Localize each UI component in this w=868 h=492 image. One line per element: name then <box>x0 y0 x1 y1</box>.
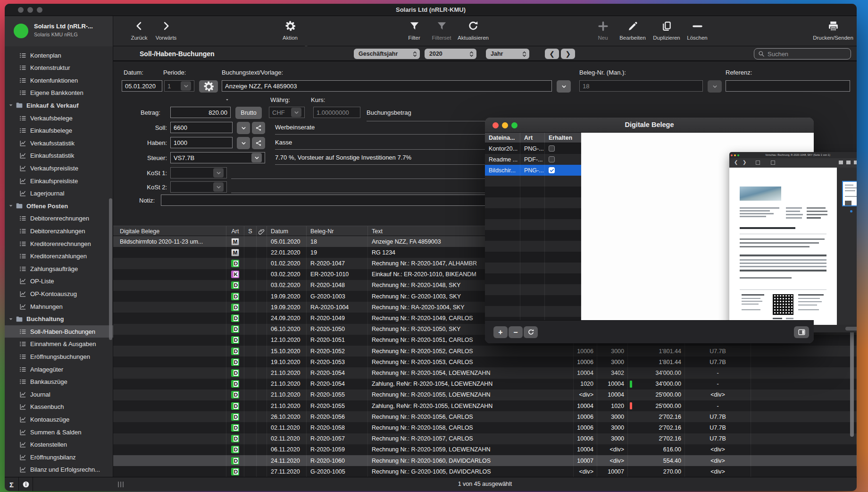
datum-input[interactable]: 05.01.2020 <box>122 80 162 92</box>
sidebar-item-kontoauszüge[interactable]: Kontoauszüge <box>5 413 113 425</box>
sidebar-item-mahnungen[interactable]: Mahnungen <box>5 300 113 313</box>
attachment-row[interactable]: Kontor20...PNG-... <box>485 143 581 154</box>
page-thumbnail[interactable] <box>842 181 857 206</box>
sidebar-item-bankauszüge[interactable]: Bankauszüge <box>5 376 113 388</box>
dialog-titlebar[interactable]: Digitale Belege <box>485 118 814 133</box>
forward-button[interactable]: Vorwärts <box>140 17 192 41</box>
haben-share-button[interactable] <box>252 137 265 149</box>
sidebar-item-verkaufspreisliste[interactable]: Verkaufspreisliste <box>5 162 113 174</box>
sidebar-item-op-kontoauszug[interactable]: OP-Kontoauszug <box>5 288 113 300</box>
sidebar-item-einkaufsbelege[interactable]: Einkaufsbelege <box>5 125 113 137</box>
sidebar-folder-offene-posten[interactable]: Offene Posten <box>5 200 113 212</box>
action-button[interactable]: Aktion <box>264 17 316 41</box>
sidebar-item-verkaufsbelege[interactable]: Verkaufsbelege <box>5 112 113 124</box>
add-attachment-button[interactable]: + <box>493 326 508 338</box>
betrag-input[interactable]: 820.00 <box>170 107 231 118</box>
window-titlebar[interactable]: Solaris Ltd (nRLR-KMU) <box>5 4 857 16</box>
delete-button[interactable]: Löschen <box>671 17 723 41</box>
brutto-button[interactable]: Brutto <box>235 107 262 119</box>
haben-input[interactable]: 1000 <box>170 137 233 148</box>
sidebar-item-kassenbuch[interactable]: Kassenbuch <box>5 401 113 413</box>
sidebar-item-op-liste[interactable]: OP-Liste <box>5 275 113 288</box>
sidebar-item-eröffnungsbuchungen[interactable]: Eröffnungsbuchungen <box>5 350 113 363</box>
sidebar-item-anlagegüter[interactable]: Anlagegüter <box>5 363 113 375</box>
table-row[interactable]: D19.10.2020R-2020-1053Rechnung Nr.: R-20… <box>113 356 857 367</box>
disclosure-triangle-icon[interactable] <box>8 317 13 322</box>
sidebar-item-summen-salden[interactable]: Summen & Salden <box>5 426 113 438</box>
table-row[interactable]: D06.11.2020R-2020-1059Rechnung Nr.: R-20… <box>113 444 857 455</box>
remove-attachment-button[interactable]: − <box>509 326 523 338</box>
sidebar-item-bilanz-und-erfolgsrechn-[interactable]: Bilanz und Erfolgsrechn... <box>5 464 113 476</box>
sidebar-item-eigene-bankkonten[interactable]: Eigene Bankkonten <box>5 87 113 99</box>
kurs-input[interactable]: 1.00000000 <box>313 107 360 118</box>
chevron-down-icon[interactable] <box>181 81 191 91</box>
sidebar-folder-buchhaltung[interactable]: Buchhaltung <box>5 313 113 325</box>
kost1-select[interactable] <box>170 167 227 178</box>
table-row[interactable]: D15.10.2020R-2020-1052Rechnung Nr.: R-20… <box>113 346 857 356</box>
sidebar-item-verkaufsstatistik[interactable]: Verkaufsstatistik <box>5 137 113 149</box>
soll-dropdown-button[interactable] <box>237 122 250 134</box>
waehrung-select[interactable]: CHF <box>269 107 305 118</box>
column-header-file[interactable]: Digitale Belege <box>113 226 226 237</box>
chevron-down-icon[interactable] <box>251 153 262 162</box>
sidebar-item-journal[interactable]: Journal <box>5 388 113 400</box>
search-input[interactable]: Suchen <box>754 48 851 59</box>
paperclip-column-icon[interactable] <box>257 226 267 237</box>
received-checkbox[interactable] <box>549 145 555 152</box>
sidebar-item-kontenstruktur[interactable]: Kontenstruktur <box>5 62 113 74</box>
table-row[interactable]: D24.11.2020R-2020-1060Rechnung Nr.: R-20… <box>113 455 857 466</box>
refresh-button[interactable]: Aktualisieren <box>447 17 499 41</box>
sidebar-item-kreditorenzahlungen[interactable]: Kreditorenzahlungen <box>5 250 113 263</box>
table-row[interactable]: D21.10.2020R-2020-1055Zahlung, ReNr: R-2… <box>113 400 857 411</box>
next-period-button[interactable]: ❯ <box>561 49 575 59</box>
periode-select[interactable]: 1 <box>164 80 194 92</box>
sidebar-item-kontenfunktionen[interactable]: Kontenfunktionen <box>5 74 113 86</box>
column-header-datum[interactable]: Datum <box>267 226 307 237</box>
column-header-beleg[interactable]: Beleg-Nr <box>307 226 368 237</box>
sidebar-scrollbar[interactable] <box>109 198 112 340</box>
sum-button[interactable]: Σ <box>5 477 19 491</box>
prev-period-button[interactable]: ❮ <box>545 49 559 59</box>
table-row[interactable]: D27.11.2020G-2020-1005Rechnung Nr.: G-20… <box>113 466 857 477</box>
sidebar-item-kreditorenrechnungen[interactable]: Kreditorenrechnungen <box>5 238 113 250</box>
attachment-column-1[interactable]: Art <box>520 133 545 143</box>
haben-dropdown-button[interactable] <box>237 137 250 149</box>
info-button[interactable] <box>19 477 33 491</box>
sidebar-item-lagerjournal[interactable]: Lagerjournal <box>5 187 113 200</box>
sidebar-item-kostenstellen[interactable]: Kostenstellen <box>5 439 113 451</box>
filter-select-2[interactable]: Jahr <box>486 49 529 59</box>
attachment-row[interactable]: Readme ...PDF-... <box>485 154 581 165</box>
sidebar-item-einkaufspreisliste[interactable]: Einkaufspreisliste <box>5 175 113 187</box>
chevron-down-icon[interactable] <box>213 168 224 178</box>
attachment-column-0[interactable]: Dateina... <box>485 133 520 143</box>
sidebar-item-eröffnungsbilanz[interactable]: Eröffnungsbilanz <box>5 451 113 463</box>
referenz-input[interactable] <box>726 80 850 92</box>
sidebar-item-kontenplan[interactable]: Kontenplan <box>5 49 113 61</box>
kost2-select[interactable] <box>170 181 227 193</box>
filter-select-0[interactable]: Geschäftsjahr <box>354 49 420 59</box>
column-header-badge[interactable]: Art <box>226 226 244 237</box>
sidebar-item-einnahmen-ausgaben[interactable]: Einnahmen & Ausgaben <box>5 338 113 350</box>
received-checkbox[interactable] <box>549 156 555 162</box>
table-row[interactable]: D21.10.2020R-2020-1054Rechnung Nr.: R-20… <box>113 367 857 378</box>
received-checkbox[interactable] <box>549 167 555 173</box>
table-row[interactable]: D21.10.2020R-2020-1054Zahlung, ReNr: R-2… <box>113 379 857 390</box>
sidebar-item-debitorenrechnungen[interactable]: Debitorenrechnungen <box>5 212 113 225</box>
beleg-nr-dropdown-button[interactable] <box>708 80 722 93</box>
print-button[interactable]: Drucken/Senden <box>807 17 857 41</box>
template-gear-button[interactable] <box>199 80 218 93</box>
attachment-column-2[interactable]: Erhalten <box>545 133 581 143</box>
column-header-s[interactable]: S <box>244 226 257 237</box>
buchungstext-dropdown-button[interactable] <box>557 80 571 93</box>
table-row[interactable]: D26.10.2020R-2020-1056Rechnung Nr.: R-20… <box>113 411 857 422</box>
sidebar-item-soll-haben-buchungen[interactable]: Soll-/Haben-Buchungen <box>5 325 113 338</box>
table-row[interactable]: D02.11.2020R-2020-1057Rechnung Nr.: R-20… <box>113 433 857 444</box>
table-row[interactable]: D02.11.2020R-2020-1058Rechnung Nr.: R-20… <box>113 422 857 433</box>
toggle-preview-button[interactable] <box>794 326 809 338</box>
chevron-down-icon[interactable] <box>213 182 224 192</box>
disclosure-triangle-icon[interactable] <box>8 103 13 108</box>
soll-input[interactable]: 6600 <box>170 122 233 133</box>
sidebar-item-zahlungsaufträge[interactable]: Zahlungsaufträge <box>5 263 113 275</box>
sidebar-item-einkaufsstatistik[interactable]: Einkaufsstatistik <box>5 150 113 162</box>
beleg-nr-input[interactable]: 18 <box>579 80 703 92</box>
